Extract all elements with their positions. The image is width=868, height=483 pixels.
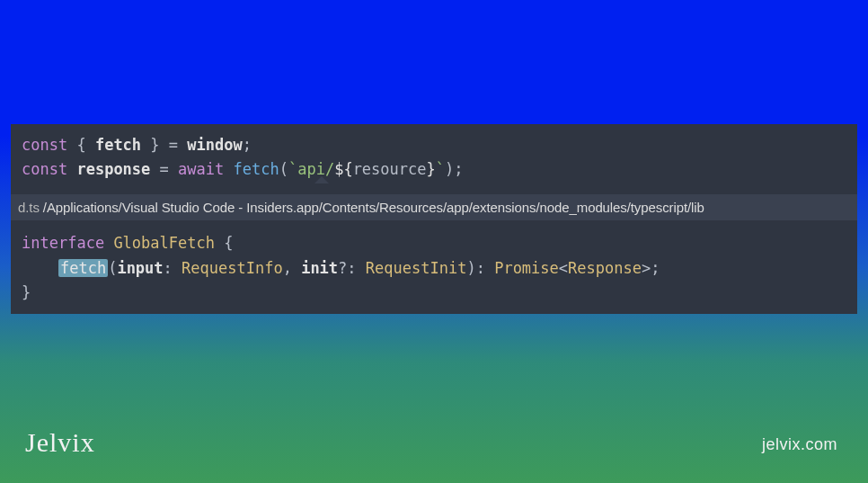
code-panel-top: const { fetch } = window;const response … [11, 124, 857, 194]
file-extension-tag: d.ts [18, 200, 40, 215]
code-token: = [160, 160, 169, 178]
code-token: , [283, 259, 301, 277]
code-token: ; [243, 136, 252, 154]
code-token: response [76, 160, 150, 178]
code-token [169, 160, 178, 178]
code-token: ? [338, 259, 347, 277]
code-token: ( [108, 259, 117, 277]
brand-site: jelvix.com [762, 435, 837, 454]
code-token: input [117, 259, 163, 277]
code-token: RequestInit [366, 259, 467, 277]
code-token: : [164, 259, 182, 277]
code-token: RequestInfo [182, 259, 283, 277]
code-token: fetch [95, 136, 141, 154]
code-token [150, 160, 159, 178]
code-line: } [22, 281, 846, 305]
code-token: : [476, 259, 494, 277]
code-token: Promise [494, 259, 559, 277]
code-line: interface GlobalFetch { [22, 231, 846, 255]
code-panel-bottom: interface GlobalFetch { fetch(input: Req… [11, 220, 857, 314]
code-token: GlobalFetch [113, 234, 215, 252]
code-token [224, 160, 233, 178]
code-token: { [215, 234, 233, 252]
code-token: ); [445, 160, 463, 178]
code-token: Response [568, 259, 642, 277]
code-token: await [178, 160, 224, 178]
code-token: } [427, 160, 436, 178]
tooltip-pointer-icon [314, 176, 329, 183]
code-line: const { fetch } = window; [22, 133, 846, 157]
code-token: } [22, 283, 31, 301]
code-token: < [559, 259, 568, 277]
code-token [67, 160, 76, 178]
code-line: const response = await fetch(`api/${reso… [22, 157, 846, 182]
code-token: ` [436, 160, 445, 178]
editor-container: const { fetch } = window;const response … [11, 124, 857, 314]
code-token [22, 259, 58, 277]
code-token: } [141, 136, 169, 154]
code-token: >; [642, 259, 660, 277]
code-token [104, 234, 113, 252]
code-line: fetch(input: RequestInfo, init?: Request… [22, 256, 846, 281]
code-token: interface [22, 234, 104, 252]
code-token [178, 136, 187, 154]
code-token: window [187, 136, 242, 154]
code-token: ( [279, 160, 288, 178]
code-token: init [301, 259, 338, 277]
brand-logo: Jelvix [25, 427, 95, 458]
definition-path-bar: d.ts /Applications/Visual Studio Code - … [11, 194, 857, 220]
code-token: ${ [334, 160, 352, 178]
code-token: fetch [234, 160, 279, 178]
code-token: { [67, 136, 95, 154]
code-token: = [169, 136, 178, 154]
code-token: resource [353, 160, 427, 178]
code-token: fetch [58, 259, 108, 277]
code-token: ) [466, 259, 475, 277]
code-token: : [347, 259, 365, 277]
file-path: /Applications/Visual Studio Code - Insid… [40, 200, 704, 215]
code-token: const [22, 160, 67, 178]
code-token: const [22, 136, 67, 154]
